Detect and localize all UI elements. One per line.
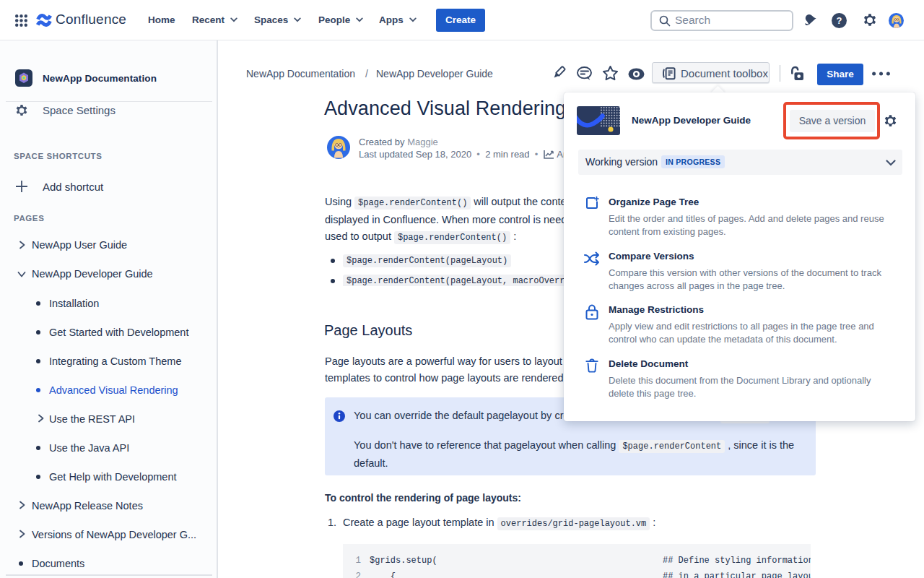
svg-text:?: ? <box>837 15 842 26</box>
